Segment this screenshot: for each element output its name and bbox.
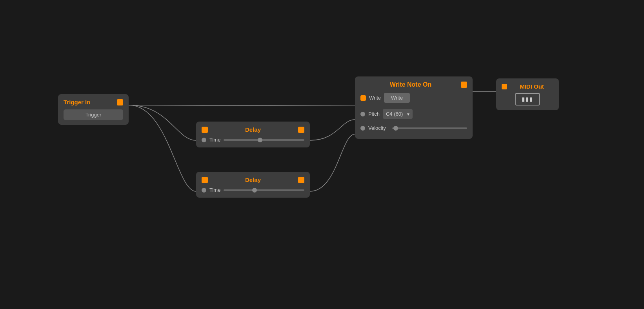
trigger-in-title: Trigger In: [64, 99, 90, 105]
write-note-on-node: Write Note On Write Write Pitch C4 (60) …: [355, 76, 473, 139]
midi-out-input-port[interactable]: [502, 84, 507, 89]
delay-1-output-port[interactable]: [298, 127, 304, 133]
delay-1-time-row: Time: [202, 137, 304, 143]
delay-1-body: Time: [202, 137, 304, 143]
trigger-button[interactable]: Trigger: [64, 109, 123, 120]
velocity-input-port[interactable]: [360, 126, 365, 131]
write-note-on-output-port[interactable]: [461, 82, 467, 88]
delay-1-time-thumb[interactable]: [258, 138, 262, 142]
pitch-select[interactable]: C4 (60) C3 (48) C5 (72): [383, 109, 413, 119]
delay-1-title: Delay: [245, 126, 261, 133]
pitch-row: Pitch C4 (60) C3 (48) C5 (72): [360, 109, 467, 119]
delay-2-input-port[interactable]: [202, 177, 208, 183]
midi-out-header: MIDI Out: [502, 83, 553, 90]
midi-out-title: MIDI Out: [510, 83, 553, 90]
velocity-label: Velocity: [368, 125, 386, 131]
midi-out-node: MIDI Out ▮▮▮: [496, 78, 559, 110]
velocity-slider[interactable]: [392, 127, 467, 129]
delay-2-title: Delay: [245, 176, 261, 183]
delay-1-title-area: Delay: [208, 126, 298, 133]
velocity-row: Velocity: [360, 125, 467, 131]
delay-2-header: Delay: [202, 176, 304, 183]
write-note-on-title: Write Note On: [360, 81, 461, 88]
write-label: Write: [369, 95, 381, 101]
velocity-thumb[interactable]: [393, 126, 398, 131]
delay-2-time-row: Time: [202, 187, 304, 193]
delay-2-time-port[interactable]: [202, 188, 206, 193]
write-button[interactable]: Write: [384, 93, 410, 103]
delay-1-header: Delay: [202, 126, 304, 133]
delay-1-time-port[interactable]: [202, 138, 206, 142]
delay-1-input-port[interactable]: [202, 127, 208, 133]
trigger-in-output-port[interactable]: [117, 99, 123, 105]
delay-1-node: Delay Time: [196, 122, 310, 147]
delay-2-body: Time: [202, 187, 304, 193]
delay-2-time-thumb[interactable]: [252, 188, 257, 193]
write-row: Write Write: [360, 93, 467, 103]
delay-2-time-label: Time: [209, 187, 220, 193]
pitch-select-wrapper: C4 (60) C3 (48) C5 (72): [383, 109, 413, 119]
delay-2-output-port[interactable]: [298, 177, 304, 183]
pitch-input-port[interactable]: [360, 112, 365, 116]
delay-2-node: Delay Time: [196, 172, 310, 198]
delay-2-time-slider[interactable]: [224, 189, 304, 191]
trigger-in-header: Trigger In: [64, 99, 123, 105]
delay-2-title-area: Delay: [208, 176, 298, 183]
write-input-port[interactable]: [360, 95, 366, 101]
delay-1-time-slider[interactable]: [224, 139, 304, 141]
trigger-in-node: Trigger In Trigger: [58, 94, 129, 125]
midi-logo: ▮▮▮: [502, 93, 553, 105]
trigger-in-body: Trigger: [64, 109, 123, 120]
write-note-on-body: Write Write Pitch C4 (60) C3 (48) C5 (72…: [360, 93, 467, 134]
write-note-on-header: Write Note On: [360, 81, 467, 88]
delay-1-time-label: Time: [209, 137, 220, 143]
midi-logo-text: ▮▮▮: [515, 93, 540, 105]
pitch-label: Pitch: [368, 111, 380, 117]
